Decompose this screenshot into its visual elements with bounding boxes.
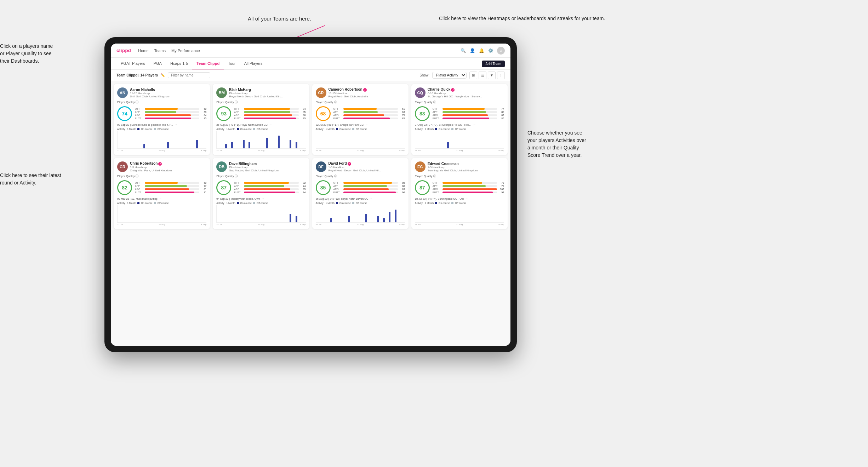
score-circle[interactable]: 87 <box>216 180 231 195</box>
chart-bar-on <box>225 144 227 148</box>
quality-section[interactable]: 83 OTT 77 APP 80 ARG 83 PUTT <box>415 106 504 121</box>
stat-value: 89 <box>399 182 405 184</box>
quality-section[interactable]: 85 OTT 89 APP 80 ARG 83 PUTT <box>316 180 405 195</box>
date-mid: 21 Aug <box>357 149 364 152</box>
player-info: Edward Crossman 1-5 Handicap Sunningdale… <box>428 162 504 172</box>
quality-label: Player Quality ⓘ <box>316 100 405 104</box>
settings-icon[interactable]: ⚙️ <box>488 48 493 53</box>
quality-section[interactable]: 93 OTT 84 APP 85 ARG 88 PUTT <box>216 106 305 121</box>
show-dropdown[interactable]: Player Activity <box>432 72 467 79</box>
player-club: Drift Golf Club, United Kingdom <box>130 95 206 98</box>
score-circle[interactable]: 85 <box>316 180 331 195</box>
stat-bar <box>442 185 486 187</box>
chart-area <box>316 131 405 149</box>
quality-section[interactable]: 68 OTT 61 APP 63 ARG 75 PUTT <box>316 106 405 121</box>
tab-pgat-players[interactable]: PGAT Players <box>116 58 149 69</box>
player-name[interactable]: Edward Crossman <box>428 162 504 166</box>
player-name[interactable]: Chris Robertson✓ <box>130 161 206 166</box>
bell-icon[interactable]: 🔔 <box>479 48 484 53</box>
player-avatar: CQ <box>415 87 426 98</box>
quality-section[interactable]: 87 OTT 73 APP 79 ARG 103 PUTT <box>415 180 504 195</box>
stat-bar <box>244 108 290 110</box>
stat-row-putt: PUTT 85 <box>333 117 405 120</box>
edit-icon[interactable]: ✏️ <box>161 73 165 77</box>
tab-team-clippd[interactable]: Team Clippd <box>192 58 224 69</box>
stat-label: PUTT <box>433 117 441 120</box>
stat-row-ott: OTT 84 <box>234 108 305 110</box>
score-circle[interactable]: 82 <box>117 180 132 195</box>
last-round[interactable]: 26 Aug 23 | 84 (+12), Royal North Devon … <box>316 197 405 200</box>
stat-bar <box>343 114 384 116</box>
stat-label: OTT <box>135 182 143 184</box>
activity-label: Activity · 1 Month On course Off course <box>415 128 504 130</box>
card-header: AN Aaron Nicholls 11-15 Handicap Drift G… <box>117 87 206 98</box>
tab-all-players[interactable]: All Players <box>240 58 267 69</box>
card-header: CR Cameron Robertson✓ 11-15 Handicap Roy… <box>316 87 405 98</box>
stat-bar <box>244 182 289 184</box>
quality-label: Player Quality ⓘ <box>117 100 206 104</box>
last-round[interactable]: 02 Sep 23 | Sunset round to get back int… <box>117 123 206 126</box>
grid-view-button[interactable]: ⊞ <box>469 72 477 79</box>
quality-section[interactable]: 74 OTT 60 APP 58 ARG 84 PUTT <box>117 106 206 121</box>
score-circle[interactable]: 93 <box>216 106 231 121</box>
on-course-text: On course <box>439 128 450 130</box>
chart-bar-on <box>243 140 245 148</box>
nav-my-performance[interactable]: My Performance <box>171 49 200 53</box>
tab-tour[interactable]: Tour <box>224 58 240 69</box>
stat-row-app: APP 58 <box>135 111 206 113</box>
stat-row-ott: OTT 77 <box>433 108 504 110</box>
stat-bar <box>145 118 191 119</box>
sort-button[interactable]: ↕ <box>497 72 505 79</box>
tab-hcaps[interactable]: Hcaps 1-5 <box>166 58 192 69</box>
last-round-arrow: → <box>365 123 368 126</box>
nav-teams[interactable]: Teams <box>154 49 166 53</box>
last-round[interactable]: 03 Mar 23 | 19, Must make putting → <box>117 197 206 200</box>
profile-icon[interactable]: 👤 <box>469 48 475 53</box>
quality-section[interactable]: 82 OTT 60 APP 77 ARG 81 PUTT <box>117 180 206 195</box>
last-round[interactable]: 02 Jul 23 | 59 (+17), Craigmillar Park G… <box>316 123 405 126</box>
last-round[interactable]: 26 Aug 23 | 73 (+1), Royal North Devon G… <box>216 123 305 126</box>
filter-button[interactable]: ▼ <box>488 72 496 79</box>
stat-bar <box>244 114 292 116</box>
off-course-text: Off course <box>158 202 169 204</box>
player-name[interactable]: Dave Billingham <box>229 162 305 166</box>
stat-bar-container <box>244 188 298 190</box>
last-round[interactable]: 07 Aug 23 | 77 (+7), St George's Hill GC… <box>415 123 504 126</box>
last-round[interactable]: 18 Jul 23 | 74 (+4), Sunningdale GC - Ol… <box>415 197 504 200</box>
search-icon[interactable]: 🔍 <box>460 48 466 53</box>
nav-home[interactable]: Home <box>138 49 148 53</box>
stat-row-arg: ARG 88 <box>234 114 305 116</box>
player-name[interactable]: Cameron Robertson✓ <box>329 87 405 92</box>
add-team-button[interactable]: Add Team <box>482 61 505 67</box>
player-name[interactable]: Aaron Nicholls <box>130 88 206 92</box>
player-name[interactable]: David Ford✓ <box>329 161 405 166</box>
score-circle[interactable]: 87 <box>415 180 430 195</box>
last-round[interactable]: 04 Sep 23 | Mobility with coach, Gym → <box>216 197 305 200</box>
stat-row-arg: ARG 85 <box>234 188 305 190</box>
quality-section[interactable]: 87 OTT 82 APP 74 ARG 85 PUTT <box>216 180 305 195</box>
date-mid: 21 Aug <box>456 149 463 152</box>
activity-label: Activity · 1 Month On course Off course <box>415 202 504 204</box>
stat-value: 74 <box>300 185 306 187</box>
stat-value: 80 <box>399 185 405 187</box>
tab-pga[interactable]: PGA <box>149 58 166 69</box>
player-name[interactable]: Charlie Quick✓ <box>428 87 504 92</box>
on-course-legend <box>435 128 437 130</box>
stat-value: 75 <box>399 114 405 116</box>
player-name[interactable]: Blair McHarg <box>229 88 305 92</box>
player-avatar: EC <box>415 161 426 172</box>
stat-value: 85 <box>399 117 405 120</box>
search-input[interactable] <box>168 72 210 78</box>
stat-bar-container <box>442 182 497 184</box>
round-annotation: Click here to see their latestround or A… <box>0 172 103 187</box>
chart-area <box>415 205 504 223</box>
score-circle[interactable]: 83 <box>415 106 430 121</box>
score-circle[interactable]: 74 <box>117 106 132 121</box>
quality-label: Player Quality ⓘ <box>316 174 405 178</box>
off-course-text: Off course <box>158 128 169 130</box>
chart-dates: 31 Jul 21 Aug 4 Sep <box>216 223 305 226</box>
list-view-button[interactable]: ☰ <box>479 72 486 79</box>
score-circle[interactable]: 68 <box>316 106 331 121</box>
on-course-legend <box>336 128 338 130</box>
user-avatar[interactable]: U <box>497 47 505 55</box>
